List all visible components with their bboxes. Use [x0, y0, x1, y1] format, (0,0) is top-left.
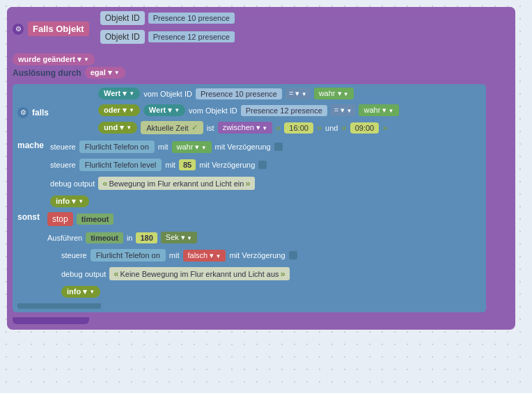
ausfuhren-row: Ausführen timeout in 180 Sek ▾	[47, 232, 297, 243]
debug-text-1: « Bewegung im Flur erkannt und Licht ein…	[98, 177, 254, 190]
timeout-label-1[interactable]: timeout	[77, 214, 114, 225]
mache-row: mache steuere Flurlicht Telefon on mit w…	[17, 141, 481, 210]
check-icon: ✓	[191, 123, 198, 132]
falls-objekt-title: Falls Objekt	[28, 22, 89, 36]
mit-label-2: mit	[165, 161, 175, 169]
mache-content: steuere Flurlicht Telefon on mit wahr ▾ …	[50, 141, 283, 210]
oder-pill[interactable]: oder ▾	[98, 104, 140, 116]
debug-text-2: « Keine Bewegung im Flur erkannt und Lic…	[109, 267, 290, 280]
und-pill[interactable]: und ▾	[98, 122, 137, 134]
stop-timeout-row: stop timeout	[47, 212, 297, 226]
vom-label-2: vom Objekt ID	[189, 106, 237, 115]
aktuelle-zeit-label: Aktuelle Zeit	[146, 124, 189, 132]
objekt-id-value-1[interactable]: Presence 10 presence	[148, 13, 235, 24]
mache-label: mache	[17, 141, 47, 150]
level-value[interactable]: 85	[179, 159, 196, 170]
auslosung-value[interactable]: egal ▾	[85, 67, 125, 79]
in-label: in	[127, 234, 133, 242]
info-pill-2[interactable]: info ▾	[61, 286, 100, 298]
steuere-label-3: steuere	[61, 251, 87, 259]
condition-row-2: oder ▾ Wert ▾ vom Objekt ID Presence 12 …	[98, 104, 399, 116]
wahr-pill-1[interactable]: wahr ▾	[314, 88, 354, 99]
steuere1-obj[interactable]: Flurlicht Telefon on	[79, 141, 155, 153]
bottom-connector	[17, 303, 101, 309]
main-block: ⚙ Falls Objekt Objekt ID Presence 10 pre…	[7, 7, 515, 330]
aktuelle-zeit-field: Aktuelle Zeit ✓	[141, 121, 203, 134]
wert-pill-1[interactable]: Wert ▾	[98, 88, 140, 99]
mache-section: mache steuere Flurlicht Telefon on mit w…	[17, 141, 481, 210]
wahr-pill-2[interactable]: wahr ▾	[359, 104, 398, 116]
info-row-1: info ▾	[50, 195, 283, 207]
steuere-row-3: steuere Flurlicht Telefon on mit falsch …	[61, 249, 297, 262]
body-area: wurde geändert ▾ Auslösung durch egal ▾ …	[7, 51, 515, 317]
sonst-row: sonst stop timeout Ausführen timeout in	[17, 212, 481, 300]
wahr-value-1[interactable]: wahr ▾	[172, 141, 212, 153]
time-field-2[interactable]: 09:00	[350, 122, 380, 134]
falls-header-row: ⚙ falls Wert ▾ vom Objekt ID Presence 10…	[17, 88, 481, 137]
falsch-value[interactable]: falsch ▾	[183, 250, 226, 262]
stop-label[interactable]: stop	[47, 212, 73, 226]
sek-label[interactable]: Sek ▾	[161, 232, 197, 243]
debug-row-2: debug output « Keine Bewegung im Flur er…	[61, 267, 297, 280]
steuere-row-2: steuere Flurlicht Telefon level mit 85 m…	[50, 159, 283, 171]
mit-label-1: mit	[158, 143, 169, 151]
gear-icon: ⚙	[13, 24, 24, 35]
wurde-geandert-row: wurde geändert ▾	[13, 54, 510, 65]
cond-obj2[interactable]: Presence 12 presence	[241, 105, 327, 116]
debug-label-2: debug output	[61, 270, 106, 278]
info-row-2: info ▾	[61, 286, 297, 298]
ausfuhren-label: Ausführen	[47, 234, 82, 242]
objekt-id-row-2: Objekt ID Presence 12 presence	[100, 30, 235, 44]
steuere-label-2: steuere	[50, 161, 76, 169]
verz-square-1	[274, 143, 283, 151]
cond-obj1[interactable]: Presence 10 presence	[196, 88, 282, 99]
steuere-row-1: steuere Flurlicht Telefon on mit wahr ▾ …	[50, 141, 283, 153]
mit-verz-label-1: mit Verzögerung	[215, 143, 271, 151]
verz-square-3	[289, 251, 297, 259]
falls-label: falls	[32, 108, 60, 118]
vom-label-1: vom Objekt ID	[143, 90, 192, 98]
objekt-id-value-2[interactable]: Presence 12 presence	[148, 31, 235, 42]
timeout-label-2[interactable]: timeout	[86, 232, 123, 243]
steuere2-obj[interactable]: Flurlicht Telefon level	[79, 159, 162, 171]
condition-row-3: und ▾ Aktuelle Zeit ✓ ist zwischen ▾ « 1…	[98, 121, 399, 134]
time-field-1[interactable]: 16:00	[284, 122, 313, 134]
sonst-label: sonst	[17, 212, 44, 222]
condition-row-1: Wert ▾ vom Objekt ID Presence 10 presenc…	[98, 88, 399, 99]
objekt-id-label-2: Objekt ID	[100, 30, 145, 44]
falls-container: ⚙ falls Wert ▾ vom Objekt ID Presence 10…	[13, 84, 486, 312]
auslosung-label: Auslösung durch	[13, 68, 81, 78]
objekt-id-row-1: Objekt ID Presence 10 presence	[100, 11, 235, 25]
zwischen-pill[interactable]: zwischen ▾	[218, 122, 272, 134]
mit-verz-label-2: mit Verzögerung	[199, 161, 255, 169]
debug-row-1: debug output « Bewegung im Flur erkannt …	[50, 177, 283, 190]
wurde-geandert-pill[interactable]: wurde geändert ▾	[13, 54, 95, 65]
objekt-id-label-1: Objekt ID	[100, 11, 145, 25]
mit-verz-label-3: mit Verzögerung	[229, 251, 285, 259]
seconds-value[interactable]: 180	[136, 232, 157, 243]
outer-bottom-connector	[13, 317, 89, 324]
debug-label-1: debug output	[50, 179, 95, 188]
wert-pill-2[interactable]: Wert ▾	[143, 104, 185, 116]
falls-gear-icon: ⚙	[17, 107, 29, 118]
info-pill-1[interactable]: info ▾	[50, 195, 89, 207]
verz-square-2	[258, 161, 267, 169]
und-label-2: und	[325, 124, 338, 132]
steuere3-obj[interactable]: Flurlicht Telefon on	[91, 249, 166, 262]
eq-pill-1[interactable]: = ▾	[285, 88, 311, 99]
steuere-label-1: steuere	[50, 143, 76, 151]
auslosung-row: Auslösung durch egal ▾	[13, 67, 510, 79]
eq-pill-2[interactable]: = ▾	[331, 104, 356, 116]
mit-label-3: mit	[169, 251, 180, 259]
sonst-section: sonst stop timeout Ausführen timeout in	[17, 212, 481, 300]
sonst-content: stop timeout Ausführen timeout in 180 Se…	[47, 212, 297, 300]
ist-label: ist	[207, 124, 214, 132]
falls-objekt-header: ⚙ Falls Objekt Objekt ID Presence 10 pre…	[7, 7, 515, 51]
